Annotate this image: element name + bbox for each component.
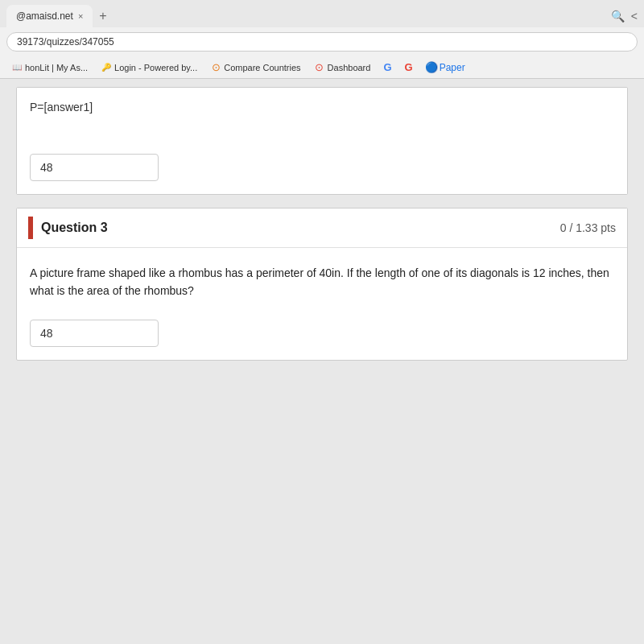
honlit-icon: 📖: [11, 62, 23, 73]
bookmark-honlit-label: honLit | My As...: [25, 63, 88, 72]
login-icon: 🔑: [101, 62, 112, 73]
paper-icon: 🔵: [426, 62, 437, 73]
new-tab-button[interactable]: +: [93, 9, 113, 23]
tab-close-button[interactable]: ×: [78, 11, 83, 21]
active-tab[interactable]: @amaisd.net ×: [6, 5, 93, 27]
google2-label: G: [405, 61, 413, 73]
question3-answer-box[interactable]: 48: [30, 320, 159, 347]
bookmark-dashboard[interactable]: ⊙ Dashboard: [309, 60, 376, 75]
bookmark-paper[interactable]: 🔵 Paper: [421, 60, 470, 75]
prev-answer-box[interactable]: 48: [30, 154, 159, 181]
tab-bar: @amaisd.net × + 🔍 <: [0, 0, 644, 27]
question3-pts: 0 / 1.33 pts: [560, 221, 616, 234]
bookmark-google1[interactable]: G: [378, 60, 396, 75]
browser-icons: 🔍 <: [611, 10, 638, 23]
compare-icon: ⊙: [210, 62, 221, 73]
bookmarks-bar: 📖 honLit | My As... 🔑 Login - Powered by…: [0, 56, 644, 79]
question3-title: Question 3: [41, 221, 108, 235]
google1-label: G: [383, 61, 391, 73]
dashboard-icon: ⊙: [314, 62, 325, 73]
bookmark-login[interactable]: 🔑 Login - Powered by...: [96, 60, 202, 75]
address-bar[interactable]: 39173/quizzes/347055: [6, 32, 638, 52]
menu-icon[interactable]: <: [631, 10, 638, 23]
bookmark-compare-label: Compare Countries: [224, 63, 300, 72]
formula-text: P=[answer1]: [30, 101, 614, 114]
question3-answer-value: 48: [40, 327, 53, 340]
tab-title: @amaisd.net: [16, 10, 73, 22]
bookmark-login-label: Login - Powered by...: [114, 63, 197, 72]
prev-question-content: P=[answer1] 48: [17, 88, 627, 194]
question3-text: A picture frame shaped like a rhombus ha…: [30, 264, 614, 300]
bookmark-paper-label: Paper: [440, 62, 465, 73]
prev-answer-value: 48: [40, 161, 53, 174]
bookmark-honlit[interactable]: 📖 honLit | My As...: [6, 60, 93, 75]
question3-header: Question 3 0 / 1.33 pts: [17, 208, 627, 248]
bookmark-dashboard-label: Dashboard: [328, 63, 371, 72]
browser-chrome: @amaisd.net × + 🔍 < 39173/quizzes/347055…: [0, 0, 644, 79]
address-bar-row: 39173/quizzes/347055: [0, 27, 644, 56]
question3-body: A picture frame shaped like a rhombus ha…: [17, 248, 627, 360]
bookmark-compare[interactable]: ⊙ Compare Countries: [205, 60, 305, 75]
profile-icon[interactable]: 🔍: [611, 10, 625, 23]
page-content: P=[answer1] 48 Question 3 0 / 1.33 pts A…: [0, 79, 644, 644]
bookmark-google2[interactable]: G: [400, 60, 418, 75]
address-text: 39173/quizzes/347055: [17, 36, 114, 47]
question-marker: [28, 217, 33, 239]
question3-card: Question 3 0 / 1.33 pts A picture frame …: [16, 208, 628, 361]
question3-label: Question 3: [28, 217, 108, 239]
prev-question-card: P=[answer1] 48: [16, 87, 628, 195]
